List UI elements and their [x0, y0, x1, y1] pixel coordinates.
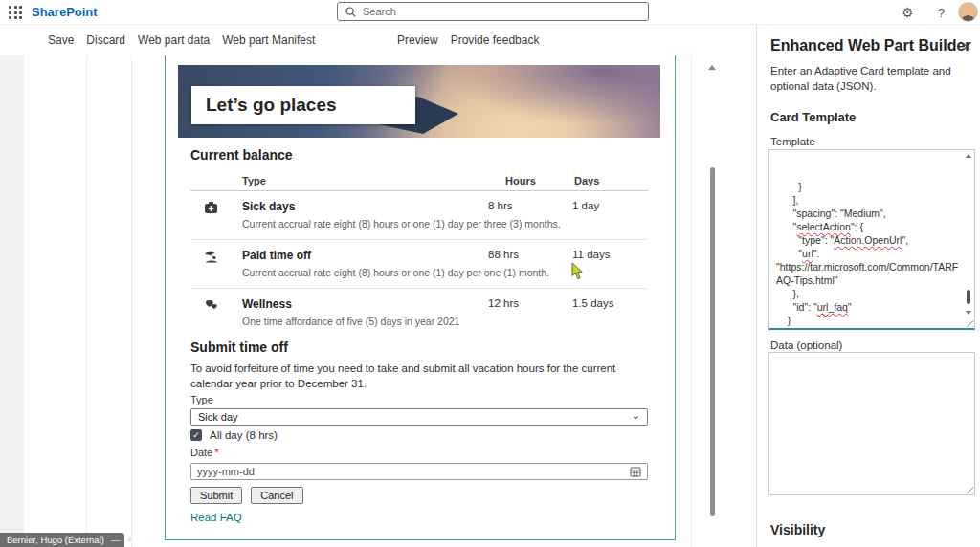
type-select-value: Sick day [198, 411, 238, 423]
resize-handle-icon[interactable] [965, 485, 973, 493]
settings-gear-icon[interactable]: ⚙ [902, 4, 914, 21]
template-code: } ], "spacing": "Medium", "selectAction"… [776, 180, 961, 330]
web-part-data-button[interactable]: Web part data [138, 33, 210, 47]
row-description: Current accrual rate eight (8) hours or … [242, 213, 594, 239]
textarea-scrollbar[interactable] [967, 290, 970, 304]
row-description: One time affordance of five (5) days in … [242, 311, 594, 337]
row-description: Current accrual rate eight (8) hours or … [242, 262, 594, 288]
form-buttons: Submit Cancel [190, 487, 303, 504]
sharepoint-brand[interactable]: SharePoint [32, 5, 98, 19]
first-aid-icon [190, 200, 242, 239]
left-rail [0, 25, 24, 547]
textarea-scroll-down-icon[interactable] [966, 311, 971, 315]
date-input[interactable] [197, 466, 624, 477]
row-hours: 8 hrs [488, 200, 572, 213]
search-box[interactable] [337, 2, 649, 21]
row-days: 1 day [572, 200, 648, 213]
search-input[interactable] [363, 6, 640, 17]
hearts-icon [190, 297, 242, 337]
card-template-heading: Card Template [770, 110, 856, 124]
textarea-scroll-up-icon[interactable] [966, 154, 971, 158]
row-days: 11 days [572, 249, 648, 262]
all-day-label: All day (8 hrs) [210, 429, 278, 441]
data-textarea[interactable] [768, 352, 975, 495]
table-row: Paid time off 88 hrs 11 days Current acc… [190, 240, 648, 289]
property-pane: Enhanced Web Part Builder ✕ Enter an Ada… [756, 25, 980, 547]
type-select[interactable]: Sick day ⌄ [190, 408, 648, 426]
discard-button[interactable]: Discard [86, 33, 125, 47]
read-faq-link[interactable]: Read FAQ [190, 512, 242, 523]
webpart-selection-border [165, 539, 676, 540]
vertical-scrollbar[interactable] [710, 167, 715, 516]
calendar-icon[interactable] [630, 466, 641, 477]
row-type: Sick days [242, 200, 488, 213]
canvas-guide-line [131, 55, 132, 547]
resize-handle-icon[interactable] [965, 318, 973, 327]
hero-title: Let’s go places [191, 86, 415, 124]
webpart-selection-border [165, 55, 166, 539]
zoom-in-button[interactable]: + [127, 535, 133, 545]
row-hours: 12 hrs [488, 297, 572, 311]
chevron-down-icon: ⌄ [632, 410, 640, 420]
user-avatar[interactable] [958, 2, 978, 22]
type-label: Type [190, 394, 213, 405]
template-textarea[interactable]: } ], "spacing": "Medium", "selectAction"… [768, 149, 975, 330]
zoom-out-button[interactable]: — [111, 535, 121, 545]
submit-button[interactable]: Submit [190, 487, 242, 504]
pane-title: Enhanced Web Part Builder [770, 37, 971, 55]
beach-umbrella-icon [190, 249, 242, 288]
cancel-button[interactable]: Cancel [251, 487, 302, 504]
hero-webpart[interactable]: Let’s go places [178, 65, 660, 138]
table-row: Wellness 12 hrs 1.5 days One time afford… [190, 289, 648, 337]
search-icon [345, 7, 356, 17]
all-day-checkbox[interactable]: ✓ [190, 429, 202, 441]
date-field[interactable] [190, 463, 648, 480]
presenter-name-tag: Bernier, Hugo (External) — + [0, 533, 124, 547]
preview-button[interactable]: Preview [397, 33, 438, 47]
col-hours: Hours [488, 175, 572, 186]
visibility-heading: Visibility [770, 522, 825, 537]
row-type: Wellness [242, 297, 488, 311]
date-label: Date* [190, 447, 219, 458]
template-label: Template [770, 136, 815, 147]
web-part-manifest-button[interactable]: Web part Manifest [222, 33, 315, 47]
data-optional-label: Data (optional) [770, 339, 842, 351]
canvas-guide-line [86, 55, 87, 547]
help-icon[interactable]: ? [938, 5, 945, 22]
table-header: Type Hours Days [190, 171, 648, 191]
submit-heading: Submit time off [190, 339, 288, 355]
table-row: Sick days 8 hrs 1 day Current accrual ra… [190, 191, 648, 240]
scrollbar-up-arrow[interactable] [708, 65, 716, 70]
pane-description: Enter an Adaptive Card template and opti… [770, 64, 966, 94]
provide-feedback-button[interactable]: Provide feedback [451, 33, 540, 47]
close-icon[interactable]: ✕ [962, 40, 971, 54]
all-day-row: ✓ All day (8 hrs) [190, 429, 278, 441]
presenter-name: Bernier, Hugo (External) [7, 535, 104, 545]
app-launcher-icon[interactable] [9, 6, 22, 19]
canvas-column-divider [691, 55, 692, 547]
forfeiture-note: To avoid forfeiture of time you need to … [190, 361, 652, 391]
suite-bar: SharePoint ⚙ ? [0, 0, 980, 25]
col-days: Days [572, 175, 648, 186]
required-asterisk: * [212, 447, 218, 458]
command-bar-right: Preview Provide feedback [397, 25, 539, 55]
balance-table: Type Hours Days Sick days 8 hrs 1 day Cu… [190, 171, 648, 338]
save-button[interactable]: Save [48, 33, 74, 47]
command-bar: Save Discard Web part data Web part Mani… [0, 25, 756, 55]
balance-heading: Current balance [190, 147, 293, 163]
row-days: 1.5 days [572, 297, 648, 311]
webpart-selection-border [675, 55, 676, 539]
row-type: Paid time off [242, 249, 488, 262]
command-bar-left: Save Discard Web part data Web part Mani… [48, 25, 315, 55]
row-hours: 88 hrs [488, 249, 572, 262]
col-type: Type [242, 175, 488, 186]
